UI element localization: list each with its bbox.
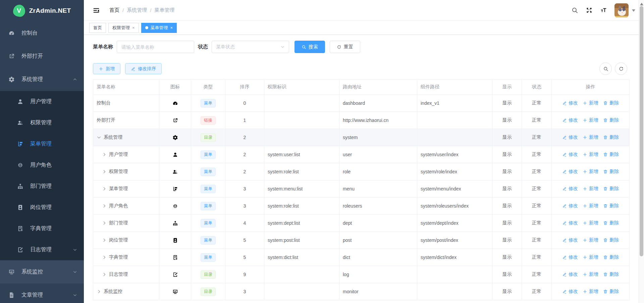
reset-button[interactable]: 重置 — [330, 41, 360, 53]
sidebar-item-org[interactable]: 部门管理 — [0, 176, 84, 197]
expand-closed-icon[interactable] — [102, 238, 107, 243]
expand-closed-icon[interactable] — [102, 272, 107, 277]
tab-close-icon[interactable]: × — [170, 26, 173, 30]
row-action-plus[interactable]: 新增 — [583, 203, 598, 209]
sidebar-item-book[interactable]: 字典管理 — [0, 218, 84, 239]
row-action-trash[interactable]: 删除 — [603, 117, 619, 123]
scrollbar-thumb[interactable] — [640, 6, 643, 256]
app-logo[interactable]: V ZrAdmin.NET — [0, 0, 84, 21]
sidebar-item-users[interactable]: 权限管理 — [0, 112, 84, 133]
sidebar-item-user[interactable]: 用户管理 — [0, 91, 84, 112]
sidebar-collapse-icon[interactable] — [93, 7, 100, 14]
row-action-trash[interactable]: 删除 — [603, 271, 619, 277]
search-button[interactable]: 搜索 — [294, 41, 325, 53]
row-action-trash[interactable]: 删除 — [603, 289, 619, 295]
sidebar-item-tree[interactable]: 菜单管理 — [0, 133, 84, 155]
row-action-edit[interactable]: 修改 — [562, 237, 578, 243]
status-select[interactable]: 菜单状态 — [212, 41, 289, 53]
add-button[interactable]: 新增 — [93, 63, 120, 74]
row-action-plus[interactable]: 新增 — [583, 100, 598, 106]
expand-closed-icon[interactable] — [102, 186, 107, 191]
row-action-trash[interactable]: 删除 — [603, 186, 619, 192]
row-action-plus[interactable]: 新增 — [583, 186, 598, 192]
font-size-icon[interactable] — [600, 7, 607, 14]
tab-item[interactable]: 权限管理× — [108, 23, 139, 33]
expand-closed-icon[interactable] — [102, 221, 107, 225]
row-action-edit[interactable]: 修改 — [562, 134, 578, 140]
row-action-plus[interactable]: 新增 — [583, 254, 598, 260]
expand-open-icon[interactable] — [97, 135, 101, 140]
cell-actions: 修改新增删除 — [552, 95, 629, 112]
sidebar-item-robot[interactable]: 用户角色 — [0, 155, 84, 176]
row-action-plus[interactable]: 新增 — [583, 117, 598, 123]
user-menu[interactable] — [614, 3, 635, 17]
row-action-plus[interactable]: 新增 — [583, 152, 598, 158]
row-action-edit[interactable]: 修改 — [562, 271, 578, 277]
sidebar-item-doc[interactable]: 文章管理 — [0, 284, 84, 303]
row-action-edit[interactable]: 修改 — [562, 220, 578, 226]
user-icon — [17, 98, 23, 105]
row-action-trash[interactable]: 删除 — [603, 169, 619, 175]
refresh-table-button[interactable] — [615, 62, 627, 75]
menu-name-input[interactable] — [117, 41, 194, 53]
plus-icon — [583, 238, 587, 243]
plus-icon — [583, 135, 587, 140]
row-action-edit[interactable]: 修改 — [562, 169, 578, 175]
row-action-trash[interactable]: 删除 — [603, 254, 619, 260]
row-action-plus[interactable]: 新增 — [583, 237, 598, 243]
expand-closed-icon[interactable] — [102, 169, 107, 174]
sidebar-item-label: 岗位管理 — [30, 204, 77, 211]
cell-route: role — [339, 163, 417, 180]
edit-sort-button[interactable]: 修改排序 — [125, 63, 162, 74]
row-action-edit[interactable]: 修改 — [562, 254, 578, 260]
expand-closed-icon[interactable] — [97, 289, 101, 294]
sidebar-item-badge[interactable]: 岗位管理 — [0, 197, 84, 218]
tab-item[interactable]: 首页 — [89, 23, 106, 33]
trash-icon — [603, 204, 608, 208]
tab-active[interactable]: 菜单管理× — [141, 23, 177, 33]
row-action-plus[interactable]: 新增 — [583, 134, 598, 140]
sidebar-item-monitor[interactable]: 系统监控 — [0, 260, 84, 284]
expand-closed-icon[interactable] — [102, 255, 107, 260]
page-scrollbar[interactable] — [639, 0, 644, 303]
tab-close-icon[interactable]: × — [132, 26, 135, 30]
row-action-trash[interactable]: 删除 — [603, 203, 619, 209]
toggle-search-button[interactable] — [599, 62, 612, 75]
row-action-plus[interactable]: 新增 — [583, 271, 598, 277]
row-action-edit[interactable]: 修改 — [562, 186, 578, 192]
row-action-plus[interactable]: 新增 — [583, 169, 598, 175]
cell-actions: 修改新增删除 — [552, 129, 629, 146]
row-action-plus[interactable]: 新增 — [583, 289, 598, 295]
fullscreen-icon[interactable] — [586, 7, 593, 14]
row-action-trash[interactable]: 删除 — [603, 237, 619, 243]
type-tag: 菜单 — [201, 168, 216, 176]
row-action-trash[interactable]: 删除 — [603, 100, 619, 106]
cell-perm: system:dict:list — [264, 249, 339, 266]
breadcrumb-item[interactable]: 首页 — [109, 7, 119, 13]
tab-label: 首页 — [93, 25, 102, 31]
app-root: V ZrAdmin.NET 控制台外部打开系统管理用户管理权限管理菜单管理用户角… — [0, 0, 644, 303]
scroll-up-arrow-icon[interactable] — [640, 1, 643, 5]
row-action-trash[interactable]: 删除 — [603, 134, 619, 140]
row-action-plus[interactable]: 新增 — [583, 220, 598, 226]
sidebar-item-external[interactable]: 外部打开 — [0, 45, 84, 68]
top-navbar: 首页/系统管理/菜单管理 — [84, 0, 644, 21]
cell-icon — [159, 215, 191, 231]
row-action-edit[interactable]: 修改 — [562, 117, 578, 123]
row-action-edit[interactable]: 修改 — [562, 152, 578, 158]
sidebar-item-log[interactable]: 日志管理 — [0, 239, 84, 260]
row-action-edit[interactable]: 修改 — [562, 289, 578, 295]
cell-status: 正常 — [522, 95, 552, 112]
header-search-icon[interactable] — [571, 7, 578, 14]
sidebar-item-gear[interactable]: 系统管理 — [0, 68, 84, 91]
row-action-edit[interactable]: 修改 — [562, 100, 578, 106]
plus-icon — [583, 255, 587, 260]
sidebar-item-gauge[interactable]: 控制台 — [0, 21, 84, 45]
expand-closed-icon[interactable] — [102, 204, 107, 208]
row-action-trash[interactable]: 删除 — [603, 152, 619, 158]
row-action-trash[interactable]: 删除 — [603, 220, 619, 226]
row-action-edit[interactable]: 修改 — [562, 203, 578, 209]
expand-closed-icon[interactable] — [102, 152, 107, 157]
edit-icon — [562, 204, 567, 208]
search-icon — [302, 45, 306, 49]
